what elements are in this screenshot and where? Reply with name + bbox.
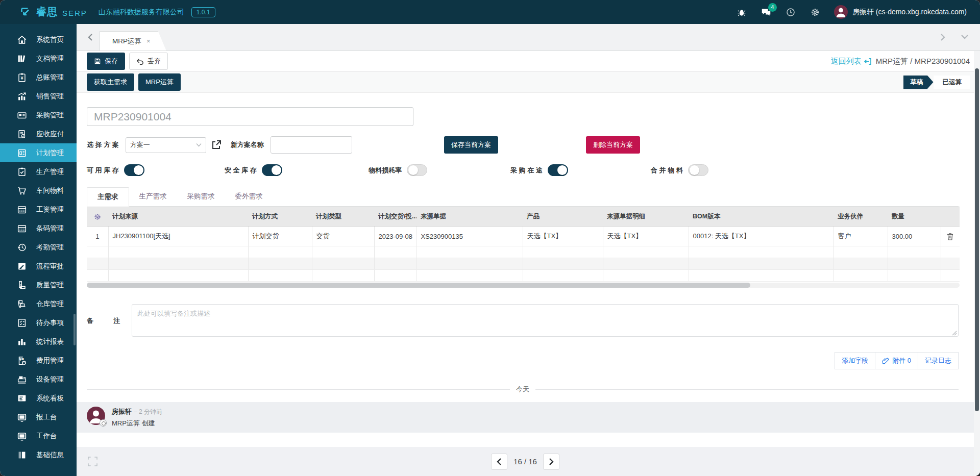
sidebar-item-ledger[interactable]: 总账管理 — [0, 68, 77, 87]
sidebar-item-quality[interactable]: 质量管理 — [0, 275, 77, 294]
sidebar: 系统首页 文档管理 总账管理 销售管理 采购管理 应收应付 计划管理 生产管理 … — [0, 24, 77, 476]
messages-icon[interactable]: 4 — [761, 7, 772, 18]
tabs-scroll-right-icon[interactable] — [939, 33, 946, 41]
sidebar-scrollbar[interactable] — [74, 314, 76, 345]
col-bom-version[interactable]: BOM版本 — [689, 207, 834, 227]
vertical-scrollbar-thumb[interactable] — [975, 68, 979, 411]
sidebar-item-production[interactable]: 生产管理 — [0, 162, 77, 181]
horizontal-scrollbar-thumb[interactable] — [87, 283, 750, 288]
bug-icon[interactable] — [736, 7, 747, 18]
status-done[interactable]: 已运算 — [934, 76, 970, 89]
col-plan-type[interactable]: 计划类型 — [312, 207, 374, 227]
sidebar-item-planning[interactable]: 计划管理 — [0, 143, 77, 162]
safety-stock-toggle[interactable] — [262, 164, 282, 176]
open-plan-external-icon[interactable] — [210, 139, 223, 151]
col-plan-method[interactable]: 计划方式 — [248, 207, 312, 227]
tab-mrp[interactable]: MRP运算 × — [100, 31, 166, 51]
ledger-icon — [16, 72, 28, 83]
record-title-input[interactable] — [87, 107, 413, 126]
approval-sign-icon — [16, 261, 28, 272]
plan-book-icon — [16, 147, 28, 159]
sidebar-item-todo[interactable]: 待办事项 — [0, 313, 77, 332]
pager-prev-button[interactable] — [491, 454, 507, 470]
col-partner[interactable]: 业务伙伴 — [834, 207, 888, 227]
sidebar-item-warehouse[interactable]: 仓库管理 — [0, 294, 77, 313]
plan-select[interactable]: 方案一 — [126, 137, 206, 153]
col-plan-source[interactable]: 计划来源 — [108, 207, 248, 227]
sidebar-item-report-terminal[interactable]: 报工台 — [0, 408, 77, 427]
sidebar-item-purchase[interactable]: 采购管理 — [0, 106, 77, 124]
subtab-purchase-demand[interactable]: 采购需求 — [177, 187, 225, 206]
todo-list-icon — [16, 317, 28, 329]
dashboard-board-icon — [16, 393, 28, 404]
sidebar-item-approval[interactable]: 流程审批 — [0, 257, 77, 275]
sidebar-item-equipment[interactable]: 设备管理 — [0, 370, 77, 389]
sidebar-item-reports[interactable]: 统计报表 — [0, 332, 77, 351]
base-info-icon — [16, 449, 28, 461]
barcode-grid-icon — [16, 223, 28, 234]
sidebar-item-base-info[interactable]: 基础信息 — [0, 445, 77, 464]
delete-row-trash-icon[interactable] — [945, 233, 956, 240]
sidebar-item-dashboard[interactable]: 系统看板 — [0, 389, 77, 408]
status-draft[interactable]: 草稿 — [903, 76, 934, 89]
merge-material-toggle[interactable] — [688, 164, 708, 176]
sidebar-item-attendance[interactable]: 考勤管理 — [0, 238, 77, 257]
subtab-outsource-demand[interactable]: 委外需求 — [225, 187, 273, 206]
new-plan-input[interactable] — [271, 136, 352, 154]
subtab-production-demand[interactable]: 生产需求 — [129, 187, 177, 206]
sidebar-item-receivable[interactable]: 应收应付 — [0, 124, 77, 143]
tab-strip: MRP运算 × — [77, 24, 980, 51]
material-loss-toggle[interactable] — [407, 164, 427, 176]
subtab-main-demand[interactable]: 主需求 — [87, 187, 129, 207]
clock-icon[interactable] — [785, 7, 796, 18]
sidebar-item-barcode[interactable]: 条码管理 — [0, 219, 77, 238]
sales-chart-icon — [16, 91, 28, 102]
save-plan-button[interactable]: 保存当前方案 — [444, 136, 498, 154]
workbench-terminal-icon — [16, 431, 28, 442]
col-quantity[interactable]: 数量 — [888, 207, 941, 227]
save-button[interactable]: 保存 — [87, 53, 125, 70]
tabs-dropdown-icon[interactable] — [961, 34, 969, 40]
sidebar-item-system-home[interactable]: 系统首页 — [0, 30, 77, 49]
pager-next-button[interactable] — [543, 454, 559, 470]
tabs-scroll-left-icon[interactable] — [87, 33, 94, 41]
col-product[interactable]: 产品 — [523, 207, 603, 227]
gear-icon[interactable] — [810, 7, 821, 18]
delete-plan-button[interactable]: 删除当前方案 — [586, 136, 640, 154]
table-row[interactable]: 1 JH230901100[天选] 计划交货 交货 2023-09-08 XS2… — [87, 227, 960, 246]
col-source-doc[interactable]: 来源单据 — [416, 207, 523, 227]
col-source-doc-detail[interactable]: 来源单据明细 — [603, 207, 689, 227]
sidebar-item-workbench[interactable]: 工作台 — [0, 427, 77, 445]
documents-icon — [16, 53, 28, 64]
run-mrp-button[interactable]: MRP运算 — [138, 73, 181, 91]
cart-icon — [16, 185, 28, 196]
chevron-down-icon — [196, 143, 202, 147]
bottom-bar: 16 / 16 — [77, 447, 974, 476]
col-plan-delivery[interactable]: 计划交货/投... — [374, 207, 416, 227]
sidebar-item-sales[interactable]: 销售管理 — [0, 87, 77, 106]
attachments-button[interactable]: 附件 0 — [875, 352, 918, 369]
fetch-demand-button[interactable]: 获取主需求 — [87, 73, 134, 91]
breadcrumb: 返回列表 MRP运算 / MRP230901004 — [831, 57, 970, 66]
back-to-list-link[interactable]: 返回列表 — [831, 57, 873, 66]
notes-textarea[interactable] — [132, 304, 959, 337]
receivable-doc-icon — [16, 129, 28, 140]
sidebar-item-documents[interactable]: 文档管理 — [0, 49, 77, 68]
user-menu[interactable]: 房振轩 (cs-demo.xbg.rokedata.com) — [834, 5, 967, 19]
safety-stock-label: 安 全 库 存 — [225, 166, 257, 175]
log-note-button[interactable]: 记录日志 — [918, 352, 959, 369]
sidebar-item-expenses[interactable]: 费用管理 — [0, 351, 77, 370]
available-stock-toggle[interactable] — [124, 164, 144, 176]
user-avatar — [834, 5, 848, 19]
discard-button[interactable]: 丢弃 — [129, 53, 168, 70]
user-name: 房振轩 (cs-demo.xbg.rokedata.com) — [852, 8, 967, 17]
sidebar-item-payroll[interactable]: 工资管理 — [0, 200, 77, 219]
column-settings-gear-icon[interactable] — [89, 213, 106, 221]
tab-close-icon[interactable]: × — [146, 37, 151, 45]
roke-arrow-icon — [19, 6, 32, 18]
purchase-transit-toggle[interactable] — [548, 164, 568, 176]
sidebar-item-shop-materials[interactable]: 车间物料 — [0, 181, 77, 200]
app-logo[interactable]: 睿思 SERP — [0, 5, 87, 19]
add-field-button[interactable]: 添加字段 — [835, 352, 875, 369]
today-label: 今天 — [510, 385, 535, 394]
